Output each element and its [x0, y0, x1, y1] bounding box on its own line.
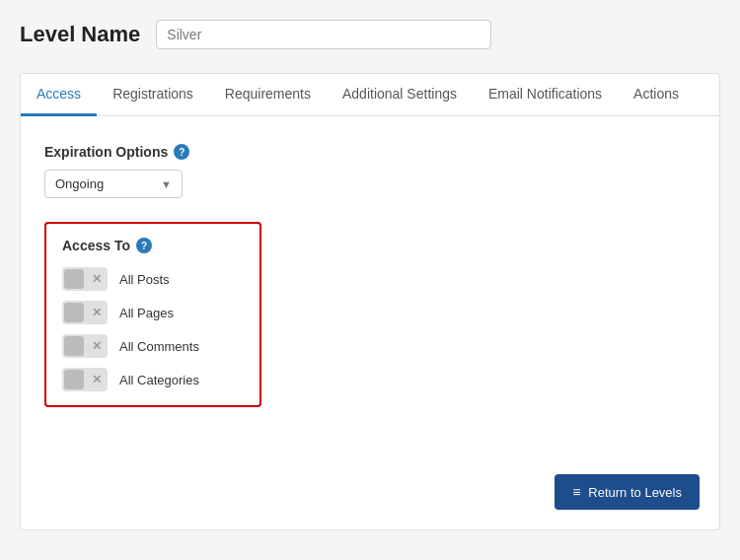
- list-item: ✕ All Comments: [62, 334, 244, 358]
- access-to-help-icon[interactable]: ?: [136, 238, 152, 253]
- access-item-label: All Posts: [119, 272, 170, 287]
- access-to-title: Access To ?: [62, 238, 244, 253]
- access-item-label: All Categories: [119, 373, 199, 387]
- tab-access[interactable]: Access: [21, 74, 97, 116]
- content-panel: Expiration Options ? Ongoing ▼ Access To…: [20, 116, 720, 530]
- tab-requirements[interactable]: Requirements: [209, 74, 327, 116]
- toggle-all-pages[interactable]: ✕: [62, 301, 108, 324]
- expiration-help-icon[interactable]: ?: [174, 144, 189, 160]
- access-item-label: All Pages: [119, 306, 174, 320]
- x-icon: ✕: [92, 373, 102, 386]
- toggle-all-comments[interactable]: ✕: [62, 334, 108, 358]
- return-to-levels-button[interactable]: ≡ Return to Levels: [555, 474, 700, 510]
- x-icon: ✕: [92, 339, 102, 353]
- toggle-all-categories[interactable]: ✕: [62, 368, 108, 391]
- list-item: ✕ All Pages: [62, 301, 244, 324]
- access-item-label: All Comments: [119, 339, 199, 354]
- x-icon: ✕: [92, 306, 102, 319]
- tab-actions[interactable]: Actions: [618, 74, 695, 116]
- toggle-all-posts[interactable]: ✕: [62, 267, 108, 291]
- list-icon: ≡: [572, 484, 580, 500]
- tab-registrations[interactable]: Registrations: [97, 74, 209, 116]
- tab-additional-settings[interactable]: Additional Settings: [327, 74, 473, 116]
- chevron-down-icon: ▼: [161, 178, 172, 190]
- level-name-label: Level Name: [20, 22, 140, 47]
- expiration-dropdown[interactable]: Ongoing ▼: [44, 170, 183, 198]
- tab-email-notifications[interactable]: Email Notifications: [473, 74, 618, 116]
- return-button-label: Return to Levels: [588, 485, 682, 500]
- level-name-input[interactable]: [156, 20, 491, 49]
- x-icon: ✕: [92, 272, 102, 286]
- tabs-bar: Access Registrations Requirements Additi…: [20, 73, 720, 116]
- list-item: ✕ All Posts: [62, 267, 244, 291]
- expiration-dropdown-value: Ongoing: [55, 176, 161, 191]
- list-item: ✕ All Categories: [62, 368, 244, 391]
- access-to-section: Access To ? ✕ All Posts ✕ All Pages ✕ A: [44, 222, 261, 407]
- expiration-options-label: Expiration Options ?: [44, 144, 696, 160]
